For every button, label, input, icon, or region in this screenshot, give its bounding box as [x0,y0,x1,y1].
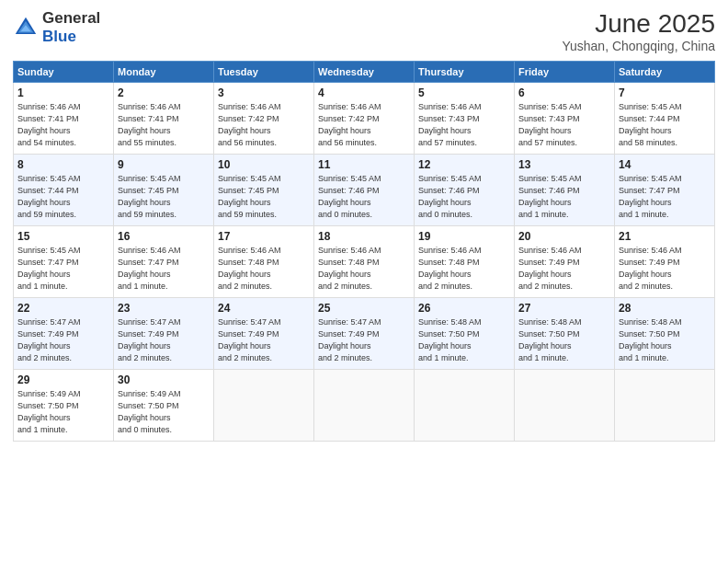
table-row: 6 Sunrise: 5:45 AM Sunset: 7:43 PM Dayli… [515,83,615,155]
table-row: 22 Sunrise: 5:47 AM Sunset: 7:49 PM Dayl… [14,298,114,370]
day-detail: Sunrise: 5:45 AM Sunset: 7:46 PM Dayligh… [318,173,410,221]
table-row: 27 Sunrise: 5:48 AM Sunset: 7:50 PM Dayl… [515,298,615,370]
table-row: 30 Sunrise: 5:49 AM Sunset: 7:50 PM Dayl… [114,370,214,442]
day-detail: Sunrise: 5:45 AM Sunset: 7:46 PM Dayligh… [418,173,510,221]
table-row: 19 Sunrise: 5:46 AM Sunset: 7:48 PM Dayl… [415,226,515,298]
table-row: 2 Sunrise: 5:46 AM Sunset: 7:41 PM Dayli… [114,83,214,155]
day-detail: Sunrise: 5:46 AM Sunset: 7:49 PM Dayligh… [619,245,711,293]
table-row: 20 Sunrise: 5:46 AM Sunset: 7:49 PM Dayl… [515,226,615,298]
day-number: 30 [118,373,210,386]
day-number: 23 [118,302,210,315]
table-row: 5 Sunrise: 5:46 AM Sunset: 7:43 PM Dayli… [415,83,515,155]
table-row: 14 Sunrise: 5:45 AM Sunset: 7:47 PM Dayl… [615,155,715,226]
day-number: 29 [17,373,109,386]
col-friday: Friday [515,62,615,83]
table-row: 25 Sunrise: 5:47 AM Sunset: 7:49 PM Dayl… [314,298,415,370]
table-row: 15 Sunrise: 5:45 AM Sunset: 7:47 PM Dayl… [14,226,114,298]
calendar-week-row: 15 Sunrise: 5:45 AM Sunset: 7:47 PM Dayl… [14,226,715,298]
day-number: 14 [619,158,711,171]
header: General Blue June 2025 Yushan, Chongqing… [13,9,715,53]
table-row: 1 Sunrise: 5:46 AM Sunset: 7:41 PM Dayli… [14,83,114,155]
day-detail: Sunrise: 5:45 AM Sunset: 7:45 PM Dayligh… [118,173,210,221]
day-number: 16 [118,230,210,243]
day-detail: Sunrise: 5:45 AM Sunset: 7:47 PM Dayligh… [619,173,711,221]
logo-icon [13,15,39,40]
day-detail: Sunrise: 5:45 AM Sunset: 7:43 PM Dayligh… [518,101,610,149]
calendar-week-row: 22 Sunrise: 5:47 AM Sunset: 7:49 PM Dayl… [14,298,715,370]
table-row: 3 Sunrise: 5:46 AM Sunset: 7:42 PM Dayli… [214,83,314,155]
day-detail: Sunrise: 5:46 AM Sunset: 7:49 PM Dayligh… [518,245,610,293]
day-number: 26 [418,302,510,315]
table-row: 8 Sunrise: 5:45 AM Sunset: 7:44 PM Dayli… [14,155,114,226]
day-number: 18 [318,230,410,243]
page: General Blue June 2025 Yushan, Chongqing… [0,0,728,563]
table-row: 10 Sunrise: 5:45 AM Sunset: 7:45 PM Dayl… [214,155,314,226]
table-row [415,370,515,442]
day-detail: Sunrise: 5:46 AM Sunset: 7:48 PM Dayligh… [218,245,310,293]
calendar-week-row: 8 Sunrise: 5:45 AM Sunset: 7:44 PM Dayli… [14,155,715,226]
day-number: 7 [619,86,711,99]
day-number: 13 [518,158,610,171]
day-detail: Sunrise: 5:46 AM Sunset: 7:41 PM Dayligh… [118,101,210,149]
day-number: 21 [619,230,711,243]
table-row: 7 Sunrise: 5:45 AM Sunset: 7:44 PM Dayli… [615,83,715,155]
calendar-header-row: Sunday Monday Tuesday Wednesday Thursday… [14,62,715,83]
calendar-table: Sunday Monday Tuesday Wednesday Thursday… [13,61,715,442]
col-sunday: Sunday [14,62,114,83]
day-detail: Sunrise: 5:45 AM Sunset: 7:45 PM Dayligh… [218,173,310,221]
day-detail: Sunrise: 5:45 AM Sunset: 7:44 PM Dayligh… [619,101,711,149]
table-row: 21 Sunrise: 5:46 AM Sunset: 7:49 PM Dayl… [615,226,715,298]
day-detail: Sunrise: 5:46 AM Sunset: 7:48 PM Dayligh… [318,245,410,293]
table-row [615,370,715,442]
table-row: 28 Sunrise: 5:48 AM Sunset: 7:50 PM Dayl… [615,298,715,370]
col-tuesday: Tuesday [214,62,314,83]
table-row [515,370,615,442]
day-detail: Sunrise: 5:46 AM Sunset: 7:42 PM Dayligh… [318,101,410,149]
table-row: 13 Sunrise: 5:45 AM Sunset: 7:46 PM Dayl… [515,155,615,226]
col-monday: Monday [114,62,214,83]
logo-general: General [42,9,100,27]
table-row: 9 Sunrise: 5:45 AM Sunset: 7:45 PM Dayli… [114,155,214,226]
day-detail: Sunrise: 5:45 AM Sunset: 7:46 PM Dayligh… [518,173,610,221]
day-detail: Sunrise: 5:49 AM Sunset: 7:50 PM Dayligh… [17,388,109,436]
logo: General Blue [13,9,100,46]
table-row: 26 Sunrise: 5:48 AM Sunset: 7:50 PM Dayl… [415,298,515,370]
day-number: 27 [518,302,610,315]
day-detail: Sunrise: 5:48 AM Sunset: 7:50 PM Dayligh… [518,316,610,364]
day-detail: Sunrise: 5:47 AM Sunset: 7:49 PM Dayligh… [17,316,109,364]
table-row: 11 Sunrise: 5:45 AM Sunset: 7:46 PM Dayl… [314,155,415,226]
table-row [214,370,314,442]
day-number: 19 [418,230,510,243]
col-wednesday: Wednesday [314,62,415,83]
table-row: 24 Sunrise: 5:47 AM Sunset: 7:49 PM Dayl… [214,298,314,370]
day-number: 15 [17,230,109,243]
table-row: 23 Sunrise: 5:47 AM Sunset: 7:49 PM Dayl… [114,298,214,370]
day-detail: Sunrise: 5:46 AM Sunset: 7:42 PM Dayligh… [218,101,310,149]
day-detail: Sunrise: 5:49 AM Sunset: 7:50 PM Dayligh… [118,388,210,436]
day-detail: Sunrise: 5:45 AM Sunset: 7:44 PM Dayligh… [17,173,109,221]
day-number: 8 [17,158,109,171]
day-number: 3 [218,86,310,99]
logo-blue: Blue [42,28,76,45]
day-number: 22 [17,302,109,315]
day-detail: Sunrise: 5:46 AM Sunset: 7:43 PM Dayligh… [418,101,510,149]
logo-text: General Blue [42,9,100,46]
table-row: 12 Sunrise: 5:45 AM Sunset: 7:46 PM Dayl… [415,155,515,226]
day-number: 28 [619,302,711,315]
month-year: June 2025 [562,9,715,39]
day-number: 25 [318,302,410,315]
day-detail: Sunrise: 5:46 AM Sunset: 7:48 PM Dayligh… [418,245,510,293]
day-number: 12 [418,158,510,171]
day-number: 11 [318,158,410,171]
table-row: 18 Sunrise: 5:46 AM Sunset: 7:48 PM Dayl… [314,226,415,298]
location: Yushan, Chongqing, China [562,39,715,53]
day-detail: Sunrise: 5:48 AM Sunset: 7:50 PM Dayligh… [418,316,510,364]
day-number: 17 [218,230,310,243]
day-detail: Sunrise: 5:47 AM Sunset: 7:49 PM Dayligh… [218,316,310,364]
day-number: 9 [118,158,210,171]
day-number: 20 [518,230,610,243]
table-row: 16 Sunrise: 5:46 AM Sunset: 7:47 PM Dayl… [114,226,214,298]
col-saturday: Saturday [615,62,715,83]
calendar-week-row: 29 Sunrise: 5:49 AM Sunset: 7:50 PM Dayl… [14,370,715,442]
day-detail: Sunrise: 5:47 AM Sunset: 7:49 PM Dayligh… [118,316,210,364]
